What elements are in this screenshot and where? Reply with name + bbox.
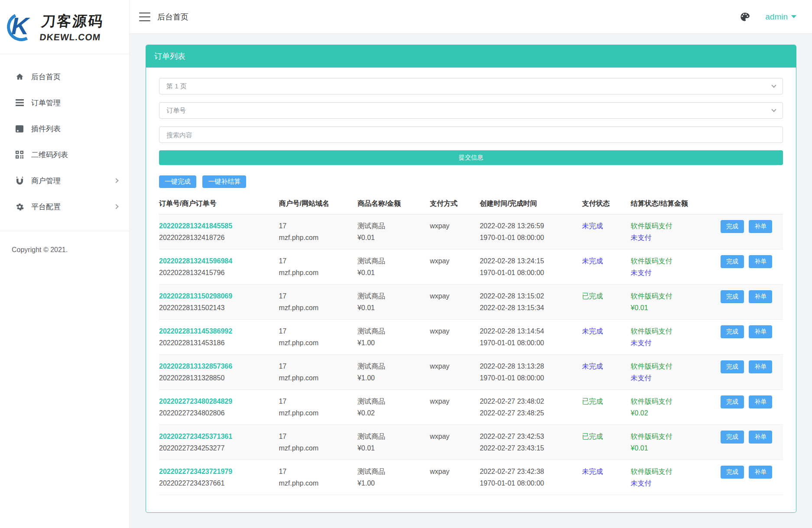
pay-method: wxpay (430, 360, 477, 372)
hdd-icon (14, 124, 25, 133)
supplement-order-button[interactable]: 补单 (749, 360, 772, 373)
search-field-select[interactable]: 订单号 (159, 102, 783, 119)
complete-button[interactable]: 完成 (721, 466, 744, 479)
settle-channel: 软件版码支付 (631, 395, 718, 407)
pay-method: wxpay (430, 466, 477, 477)
pay-method: wxpay (430, 431, 477, 442)
pay-method: wxpay (430, 255, 477, 267)
complete-button[interactable]: 完成 (721, 325, 744, 338)
sidebar-item-label: 后台首页 (31, 72, 61, 82)
merchant-order-number: 20220228132415796 (159, 267, 276, 279)
supplement-order-button[interactable]: 补单 (749, 431, 772, 444)
page-select[interactable]: 第 1 页 (159, 78, 783, 94)
chevron-down-icon (791, 15, 796, 18)
merchant-id: 17 (279, 466, 354, 477)
order-number-link[interactable]: 2022022813132857366 (159, 360, 276, 372)
sidebar-item-qrcodes[interactable]: 二维码列表 (0, 142, 129, 168)
order-number-link[interactable]: 2022022813241596984 (159, 255, 276, 267)
supplement-order-button[interactable]: 补单 (749, 255, 772, 268)
complete-button[interactable]: 完成 (721, 220, 744, 233)
product-name: 测试商品 (357, 395, 427, 407)
merchant-id: 17 (279, 431, 354, 442)
pay-status: 未完成 (582, 466, 628, 477)
merchant-order-number: 20220228131502143 (159, 302, 276, 314)
merchant-id: 17 (279, 325, 354, 337)
supplement-order-button[interactable]: 补单 (749, 466, 772, 479)
order-amount: ¥0.01 (357, 267, 427, 279)
sidebar: K 刀客源码 DKEWL.COM 后台首页 订单管理 插件列表 (0, 0, 130, 528)
table-row: 2022022813241596984 20220228132415796 17… (159, 249, 783, 285)
order-number-link[interactable]: 2022022813241845585 (159, 220, 276, 232)
order-number-link[interactable]: 2022022813145386992 (159, 325, 276, 337)
list-icon (14, 98, 25, 107)
merchant-order-number: 20220227234253277 (159, 442, 276, 454)
product-name: 测试商品 (357, 360, 427, 372)
pay-method: wxpay (430, 325, 477, 337)
pay-status: 未完成 (582, 220, 628, 232)
site-domain: mzf.php.com (279, 442, 354, 454)
settle-amount: ¥0.02 (631, 407, 718, 419)
product-name: 测试商品 (357, 325, 427, 337)
merchant-id: 17 (279, 395, 354, 407)
brand-name: 刀客源码 (40, 12, 105, 31)
completed-time: 1970-01-01 08:00:00 (480, 232, 579, 243)
order-amount: ¥0.01 (357, 442, 427, 454)
sidebar-item-orders[interactable]: 订单管理 (0, 90, 129, 116)
table-row: 2022022813241845585 20220228132418726 17… (159, 214, 783, 249)
settle-channel: 软件版码支付 (631, 290, 718, 302)
created-time: 2022-02-28 13:26:59 (480, 220, 579, 232)
created-time: 2022-02-28 13:15:02 (480, 290, 579, 302)
product-name: 测试商品 (357, 466, 427, 477)
supplement-order-button[interactable]: 补单 (749, 290, 772, 303)
complete-button[interactable]: 完成 (721, 360, 744, 373)
search-input[interactable] (159, 126, 783, 143)
sidebar-item-label: 二维码列表 (31, 150, 68, 160)
submit-button[interactable]: 提交信息 (159, 150, 783, 165)
completed-time: 1970-01-01 08:00:00 (480, 372, 579, 384)
supplement-order-button[interactable]: 补单 (749, 395, 772, 408)
sidebar-toggle-icon[interactable] (139, 13, 150, 21)
theme-palette-icon[interactable] (738, 10, 751, 23)
supplement-order-button[interactable]: 补单 (749, 325, 772, 338)
merchant-order-number: 20220228131328850 (159, 372, 276, 384)
bulk-complete-button[interactable]: 一键完成 (159, 175, 196, 188)
order-amount: ¥1.00 (357, 477, 427, 489)
col-time: 创建时间/完成时间 (480, 194, 582, 214)
table-row: 2022022813150298069 20220228131502143 17… (159, 285, 783, 320)
order-amount: ¥0.02 (357, 407, 427, 419)
brand-logo[interactable]: K 刀客源码 DKEWL.COM (0, 0, 129, 54)
created-time: 2022-02-27 23:42:53 (480, 431, 579, 442)
pay-status: 未完成 (582, 255, 628, 267)
completed-time: 1970-01-01 08:00:00 (480, 477, 579, 489)
sidebar-item-home[interactable]: 后台首页 (0, 64, 129, 90)
order-number-link[interactable]: 2022022723423721979 (159, 466, 276, 477)
sidebar-item-plugins[interactable]: 插件列表 (0, 116, 129, 142)
site-domain: mzf.php.com (279, 372, 354, 384)
merchant-id: 17 (279, 290, 354, 302)
order-number-link[interactable]: 2022022813150298069 (159, 290, 276, 302)
col-pay-status: 支付状态 (582, 194, 630, 214)
settle-amount: 未支付 (631, 337, 718, 349)
supplement-order-button[interactable]: 补单 (749, 220, 772, 233)
sidebar-item-platform-config[interactable]: 平台配置 (0, 194, 129, 220)
merchant-order-number: 20220228131453186 (159, 337, 276, 349)
created-time: 2022-02-28 13:24:15 (480, 255, 579, 267)
complete-button[interactable]: 完成 (721, 290, 744, 303)
completed-time: 1970-01-01 08:00:00 (480, 337, 579, 349)
table-row: 2022022813132857366 20220228131328850 17… (159, 355, 783, 390)
completed-time: 2022-02-28 13:15:34 (480, 302, 579, 314)
complete-button[interactable]: 完成 (721, 395, 744, 408)
settle-amount: 未支付 (631, 372, 718, 384)
sidebar-item-merchants[interactable]: 商户管理 (0, 168, 129, 194)
settle-channel: 软件版码支付 (631, 255, 718, 267)
completed-time: 2022-02-27 23:48:25 (480, 407, 579, 419)
bulk-settle-button[interactable]: 一键补结算 (202, 175, 246, 188)
merchant-order-number: 20220227234802806 (159, 407, 276, 419)
brand-text: 刀客源码 DKEWL.COM (39, 12, 104, 42)
order-number-link[interactable]: 2022022723480284829 (159, 395, 276, 407)
order-number-link[interactable]: 2022022723425371361 (159, 431, 276, 442)
user-dropdown[interactable]: admin (765, 12, 796, 22)
complete-button[interactable]: 完成 (721, 255, 744, 268)
complete-button[interactable]: 完成 (721, 431, 744, 444)
sidebar-item-label: 订单管理 (31, 98, 61, 108)
